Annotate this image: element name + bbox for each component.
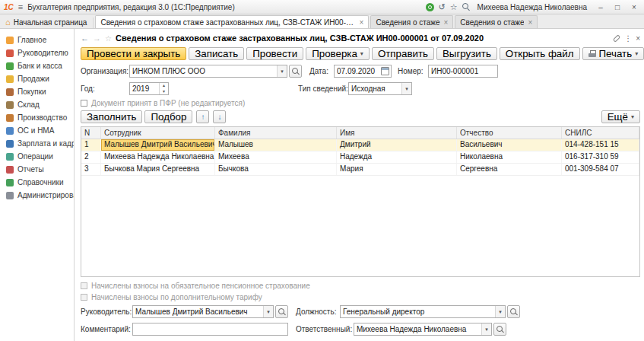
chevron-down-icon[interactable]: ▾	[263, 306, 273, 317]
responsible-input[interactable]	[354, 325, 481, 333]
notifications-icon[interactable]	[426, 3, 434, 11]
move-down-button[interactable]: ↓	[213, 110, 226, 123]
form-close-icon[interactable]: ×	[636, 34, 640, 43]
chevron-down-icon[interactable]: ▾	[495, 306, 505, 317]
additional-tariff-checkbox[interactable]	[81, 294, 87, 301]
open-position-button[interactable]	[507, 305, 520, 318]
history-icon[interactable]: ↺	[439, 3, 446, 11]
cell-lastname[interactable]: Малышев	[215, 139, 337, 151]
sidebar-item-bank-cash[interactable]: Банк и касса	[0, 59, 74, 72]
column-header-lastname[interactable]: Фамилия	[215, 127, 337, 139]
cell-middlename[interactable]: Сергеевна	[457, 164, 562, 175]
open-organization-button[interactable]	[289, 65, 302, 78]
sidebar-item-warehouse[interactable]: Склад	[0, 98, 74, 111]
cell-firstname[interactable]: Мария	[337, 164, 457, 175]
favorites-star-icon[interactable]: ☆	[450, 3, 458, 11]
table-row[interactable]: 3 Бычкова Мария Сергеевна Бычкова Мария …	[81, 164, 639, 176]
sidebar-item-production[interactable]: Производство	[0, 111, 74, 124]
cell-snils[interactable]: 014-428-151 15	[562, 139, 639, 151]
sidebar-item-fixed-assets[interactable]: ОС и НМА	[0, 124, 74, 137]
current-user[interactable]: Михеева Надежда Николаевна	[477, 3, 587, 11]
open-responsible-button[interactable]	[493, 323, 506, 336]
column-header-firstname[interactable]: Имя	[337, 127, 457, 139]
sidebar-item-directories[interactable]: Справочники	[0, 176, 74, 189]
cell-employee[interactable]: Малышев Дмитрий Васильевич	[101, 139, 215, 151]
send-button[interactable]: Отправить	[372, 47, 434, 60]
cell-lastname[interactable]: Михеева	[215, 151, 337, 163]
favorite-star-icon[interactable]: ☆	[105, 34, 112, 43]
spin-down-icon[interactable]: ▾	[160, 89, 168, 95]
cell-firstname[interactable]: Надежда	[337, 151, 457, 163]
comment-input[interactable]	[133, 325, 287, 333]
sidebar-item-reports[interactable]: Отчеты	[0, 163, 74, 176]
cell-n[interactable]: 2	[81, 151, 101, 163]
main-menu-icon[interactable]: ≡	[18, 2, 23, 11]
sidebar-item-administration[interactable]: Администрирование	[0, 189, 74, 202]
year-spinner[interactable]: ▴ ▾	[159, 83, 168, 94]
column-header-employee[interactable]: Сотрудник	[101, 127, 215, 139]
sidebar-item-purchases[interactable]: Покупки	[0, 85, 74, 98]
table-row[interactable]: 1 Малышев Дмитрий Васильевич Малышев Дми…	[81, 139, 639, 151]
info-type-input[interactable]	[349, 84, 401, 93]
get-link-icon[interactable]	[613, 34, 621, 43]
tab-document[interactable]: Сведения о страховом стаже застрахованны…	[95, 15, 369, 28]
year-input[interactable]	[130, 84, 159, 93]
position-input[interactable]	[341, 308, 495, 316]
cell-snils[interactable]: 016-317-310 59	[562, 151, 639, 163]
sidebar-item-main[interactable]: Главное	[0, 33, 74, 46]
sidebar-item-sales[interactable]: Продажи	[0, 72, 74, 85]
organization-input[interactable]	[130, 67, 277, 75]
sidebar-item-manager[interactable]: Руководителю	[0, 46, 74, 59]
column-header-middlename[interactable]: Отчество	[457, 127, 562, 139]
maximize-button[interactable]: □	[611, 3, 623, 11]
column-header-n[interactable]: N	[81, 127, 101, 139]
spin-up-icon[interactable]: ▴	[160, 83, 168, 89]
cell-middlename[interactable]: Васильевич	[457, 139, 562, 151]
check-button[interactable]: Проверка▾	[306, 47, 370, 60]
forward-icon[interactable]: →	[93, 33, 101, 43]
chevron-down-icon[interactable]: ▾	[401, 83, 411, 94]
cell-snils[interactable]: 001-309-584 07	[562, 164, 639, 175]
cell-firstname[interactable]: Дмитрий	[337, 139, 457, 151]
table-more-button[interactable]: Ещё▾	[601, 110, 640, 123]
tab-stage-info-2[interactable]: Сведения о стаже ×	[455, 15, 538, 28]
fill-button[interactable]: Заполнить	[81, 110, 142, 123]
print-button[interactable]: Печать▾	[582, 47, 644, 60]
cell-n[interactable]: 3	[81, 164, 101, 175]
cell-employee[interactable]: Михеева Надежда Николаевна	[101, 151, 215, 163]
calendar-icon[interactable]	[381, 67, 389, 75]
save-button[interactable]: Записать	[189, 47, 244, 60]
tab-stage-info-1[interactable]: Сведения о стаже ×	[370, 15, 453, 28]
chevron-down-icon[interactable]: ▾	[481, 323, 491, 335]
manager-input[interactable]	[133, 308, 263, 316]
close-button[interactable]: ×	[628, 3, 640, 11]
move-up-button[interactable]: ↑	[196, 110, 209, 123]
sidebar-item-operations[interactable]: Операции	[0, 150, 74, 163]
sidebar-item-salary-hr[interactable]: Зарплата и кадры	[0, 137, 74, 150]
pension-contributions-checkbox[interactable]	[81, 282, 87, 289]
minimize-button[interactable]: –	[595, 3, 607, 11]
more-menu-icon[interactable]: ⋮	[624, 34, 632, 43]
search-icon[interactable]	[462, 3, 470, 11]
column-header-snils[interactable]: СНИЛС	[562, 127, 639, 139]
back-icon[interactable]: ←	[81, 33, 89, 43]
open-file-button[interactable]: Открыть файл	[500, 47, 580, 60]
cell-employee[interactable]: Бычкова Мария Сергеевна	[101, 164, 215, 175]
cell-n[interactable]: 1	[81, 139, 101, 151]
number-input[interactable]	[429, 67, 497, 75]
post-button[interactable]: Провести	[246, 47, 303, 60]
tab-close-icon[interactable]: ×	[360, 18, 364, 27]
tab-close-icon[interactable]: ×	[528, 18, 532, 27]
tab-close-icon[interactable]: ×	[444, 18, 449, 27]
export-button[interactable]: Выгрузить	[436, 47, 497, 60]
pfr-checkbox[interactable]	[81, 100, 87, 107]
open-manager-button[interactable]	[275, 305, 288, 318]
pick-button[interactable]: Подбор	[144, 110, 192, 123]
cell-middlename[interactable]: Николаевна	[457, 151, 562, 163]
cell-lastname[interactable]: Бычкова	[215, 164, 337, 175]
table-row[interactable]: 2 Михеева Надежда Николаевна Михеева Над…	[81, 151, 639, 164]
chevron-down-icon[interactable]: ▾	[277, 65, 287, 77]
post-and-close-button[interactable]: Провести и закрыть	[81, 47, 186, 60]
tab-home[interactable]: ⌂ Начальная страница	[2, 18, 94, 28]
date-input[interactable]	[335, 67, 379, 75]
